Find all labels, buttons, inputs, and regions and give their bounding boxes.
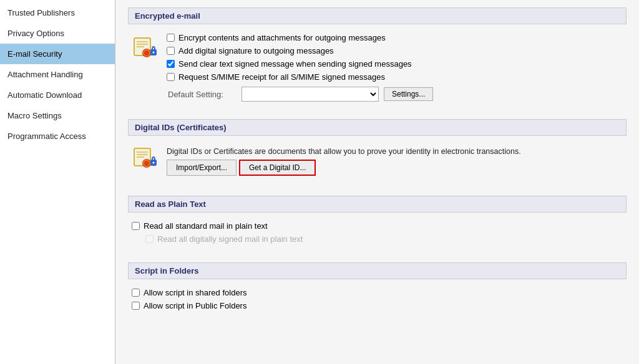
checkbox-clear-text-row: Send clear text signed message when send…: [167, 59, 622, 69]
settings-button[interactable]: Settings...: [384, 87, 433, 101]
sidebar-item-programmatic-access[interactable]: Programmatic Access: [0, 126, 115, 146]
allow-script-public-checkbox[interactable]: [132, 302, 140, 310]
digital-sig-label[interactable]: Add digital signature to outgoing messag…: [178, 46, 334, 55]
read-standard-mail-row: Read all standard mail in plain text: [132, 221, 622, 231]
read-plain-text-content: Read all standard mail in plain text Rea…: [128, 219, 627, 252]
script-in-folders-section: Script in Folders Allow script in shared…: [128, 262, 627, 319]
default-setting-row: Default Setting: Settings...: [168, 87, 622, 102]
encrypt-label[interactable]: Encrypt contents and attachments for out…: [178, 33, 386, 42]
certificate-icon: [133, 36, 158, 60]
checkboxes-area: Encrypt contents and attachments for out…: [167, 33, 622, 102]
main-content: Encrypted e-mail: [115, 0, 639, 364]
read-standard-mail-label[interactable]: Read all standard mail in plain text: [144, 221, 268, 231]
encrypted-email-content: Encrypt contents and attachments for out…: [128, 31, 627, 109]
default-setting-label: Default Setting:: [168, 90, 237, 99]
digital-id-icon: [133, 146, 158, 171]
digital-ids-info: Digital IDs or Certificates are document…: [167, 145, 521, 176]
checkbox-digital-sig-row: Add digital signature to outgoing messag…: [167, 46, 622, 55]
clear-text-label[interactable]: Send clear text signed message when send…: [178, 59, 412, 69]
clear-text-checkbox[interactable]: [167, 60, 175, 68]
import-export-button[interactable]: Import/Export...: [167, 160, 237, 176]
svg-point-15: [153, 162, 155, 164]
sidebar-item-email-security[interactable]: E-mail Security: [0, 44, 115, 64]
encrypted-email-header: Encrypted e-mail: [128, 7, 627, 24]
sidebar-item-trusted-publishers[interactable]: Trusted Publishers: [0, 2, 115, 23]
allow-script-shared-checkbox[interactable]: [132, 289, 140, 297]
sidebar-item-automatic-download[interactable]: Automatic Download: [0, 85, 115, 105]
svg-point-7: [153, 52, 155, 54]
read-signed-mail-checkbox[interactable]: [145, 235, 154, 243]
sidebar-item-macro-settings[interactable]: Macro Settings: [0, 105, 115, 126]
encrypted-header-row: Encrypt contents and attachments for out…: [133, 33, 622, 102]
digital-ids-row: Digital IDs or Certificates are document…: [133, 145, 622, 176]
allow-script-public-label[interactable]: Allow script in Public Folders: [144, 301, 246, 310]
read-standard-mail-checkbox[interactable]: [132, 222, 140, 230]
read-digitally-signed-row: Read all digitally signed mail in plain …: [145, 234, 622, 244]
digital-sig-checkbox[interactable]: [167, 47, 175, 55]
encrypt-checkbox[interactable]: [167, 34, 175, 42]
checkbox-smime-row: Request S/MIME receipt for all S/MIME si…: [167, 72, 622, 82]
script-in-folders-header: Script in Folders: [128, 262, 627, 279]
smime-label[interactable]: Request S/MIME receipt for all S/MIME si…: [178, 72, 385, 82]
digital-ids-buttons: Import/Export... Get a Digital ID...: [167, 160, 521, 176]
read-plain-text-section: Read as Plain Text Read all standard mai…: [128, 196, 627, 252]
get-digital-id-button[interactable]: Get a Digital ID...: [239, 160, 316, 176]
sidebar: Trusted Publishers Privacy Options E-mai…: [0, 0, 115, 364]
digital-ids-header: Digital IDs (Certificates): [128, 119, 627, 136]
script-in-folders-content: Allow script in shared folders Allow scr…: [128, 285, 627, 319]
digital-ids-content: Digital IDs or Certificates are document…: [128, 142, 627, 186]
checkbox-encrypt-row: Encrypt contents and attachments for out…: [167, 33, 622, 42]
sidebar-item-privacy-options[interactable]: Privacy Options: [0, 23, 115, 44]
encrypted-email-section: Encrypted e-mail: [128, 7, 627, 109]
allow-script-shared-label[interactable]: Allow script in shared folders: [144, 288, 246, 297]
allow-script-shared-row: Allow script in shared folders: [132, 288, 622, 297]
default-setting-dropdown[interactable]: [241, 87, 379, 102]
read-plain-text-header: Read as Plain Text: [128, 196, 627, 213]
read-signed-mail-label: Read all digitally signed mail in plain …: [157, 234, 303, 244]
sidebar-item-attachment-handling[interactable]: Attachment Handling: [0, 64, 115, 85]
smime-checkbox[interactable]: [167, 73, 175, 81]
digital-ids-description: Digital IDs or Certificates are document…: [167, 145, 521, 156]
allow-script-public-row: Allow script in Public Folders: [132, 301, 622, 310]
digital-ids-section: Digital IDs (Certificates) Digital ID: [128, 119, 627, 186]
